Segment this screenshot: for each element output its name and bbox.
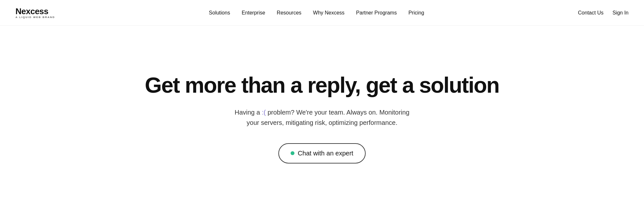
nav-link-resources[interactable]: Resources — [277, 10, 301, 16]
main-nav: Nexcess A LIQUID WEB BRAND Solutions Ent… — [0, 0, 644, 26]
nav-actions: Contact Us Sign In — [578, 10, 629, 16]
hero-title: Get more than a reply, get a solution — [145, 74, 499, 97]
logo-name: Nexcess — [15, 7, 55, 15]
subtitle-after: problem? We're your team. Always on. Mon… — [247, 109, 409, 126]
hero-section: Get more than a reply, get a solution Ha… — [0, 26, 644, 205]
contact-us-link[interactable]: Contact Us — [578, 10, 603, 16]
online-status-dot — [291, 151, 294, 155]
chat-button-label: Chat with an expert — [298, 150, 353, 157]
nav-link-partner-programs[interactable]: Partner Programs — [356, 10, 397, 16]
nav-link-enterprise[interactable]: Enterprise — [242, 10, 265, 16]
subtitle-sad: :( — [262, 109, 266, 116]
nav-link-pricing[interactable]: Pricing — [409, 10, 424, 16]
nav-link-solutions[interactable]: Solutions — [209, 10, 230, 16]
nav-link-why-nexcess[interactable]: Why Nexcess — [313, 10, 345, 16]
logo-tagline: A LIQUID WEB BRAND — [15, 16, 55, 19]
subtitle-before: Having a — [235, 109, 262, 116]
sign-in-link[interactable]: Sign In — [612, 10, 629, 16]
hero-subtitle: Having a :( problem? We're your team. Al… — [232, 107, 412, 128]
nav-links: Solutions Enterprise Resources Why Nexce… — [209, 10, 424, 16]
logo[interactable]: Nexcess A LIQUID WEB BRAND — [15, 7, 55, 19]
chat-with-expert-button[interactable]: Chat with an expert — [278, 143, 365, 163]
